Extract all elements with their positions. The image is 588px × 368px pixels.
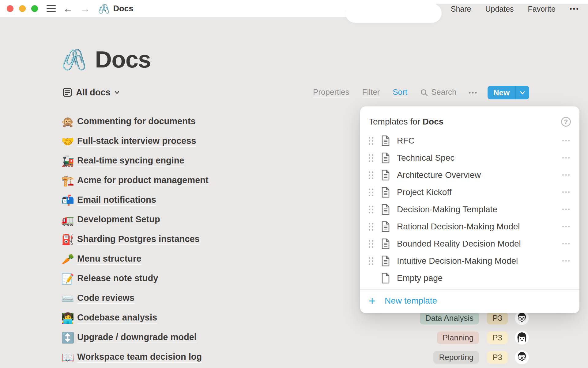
template-label: Decision-Making Template <box>397 205 497 214</box>
document-icon <box>381 135 390 147</box>
template-item-empty-page[interactable]: Empty page <box>369 270 571 287</box>
document-icon <box>381 169 390 181</box>
doc-list-item[interactable]: 📖 Workspace team decision log ReportingP… <box>61 347 528 367</box>
template-label: Intuitive Decision-Making Model <box>397 256 518 266</box>
page-emoji: 🖇️ <box>61 49 86 70</box>
doc-title: Sharding Postgres instances <box>77 234 200 245</box>
drag-handle-icon[interactable] <box>369 137 374 145</box>
doc-list-icon <box>62 87 72 97</box>
drag-handle-icon[interactable] <box>369 154 374 162</box>
template-label: Empty page <box>397 273 443 283</box>
sidebar-toggle-icon[interactable] <box>47 5 56 12</box>
category-badge: Planning <box>437 332 479 344</box>
template-list: RFC ••• Technical Spec ••• Arc <box>369 132 571 287</box>
doc-emoji: 🏗️ <box>61 175 77 186</box>
doc-title: Upgrade / downgrade model <box>77 332 197 343</box>
priority-badge: P3 <box>487 351 508 364</box>
template-more-icon[interactable]: ••• <box>562 172 571 178</box>
minimize-window-button[interactable] <box>19 5 26 12</box>
titlebar-actions: Share Updates Favorite ••• <box>451 0 579 18</box>
doc-title: Codebase analysis <box>77 312 157 324</box>
man-glasses-avatar <box>516 351 528 363</box>
new-template-button[interactable]: + New template <box>369 290 571 312</box>
template-item[interactable]: Decision-Making Template ••• <box>369 201 571 218</box>
template-more-icon[interactable]: ••• <box>562 137 571 144</box>
plus-icon: + <box>369 296 378 305</box>
doc-title: Commenting for documents <box>77 116 196 127</box>
app-window: ← → 🖇️ Docs Share Updates Favorite ••• 🖇… <box>0 0 588 368</box>
forward-icon[interactable]: → <box>80 4 90 13</box>
share-button[interactable]: Share <box>451 5 471 13</box>
template-label: Architecture Overview <box>397 170 481 180</box>
toolbar-more-icon[interactable]: ••• <box>469 89 478 96</box>
template-item[interactable]: Bounded Reality Decision Model ••• <box>369 235 571 252</box>
template-more-icon[interactable]: ••• <box>562 223 571 230</box>
view-selector-all-docs[interactable]: All docs <box>62 86 120 99</box>
drag-handle-icon[interactable] <box>369 189 374 196</box>
window-more-icon[interactable]: ••• <box>570 5 579 13</box>
search-label: Search <box>431 87 456 98</box>
doc-title: Workspace team decision log <box>77 352 202 363</box>
template-item[interactable]: Intuitive Decision-Making Model ••• <box>369 252 571 270</box>
drag-handle-icon[interactable] <box>369 171 374 179</box>
chevron-down-icon <box>114 90 120 95</box>
window-title: Docs <box>113 4 133 13</box>
doc-emoji: 👩‍💻 <box>61 313 77 323</box>
drag-handle-icon[interactable] <box>369 257 374 265</box>
doc-title: Email notifications <box>77 195 156 206</box>
help-icon[interactable]: ? <box>561 117 571 127</box>
drag-handle-icon[interactable] <box>369 240 374 248</box>
favorite-button[interactable]: Favorite <box>528 5 556 13</box>
template-item[interactable]: Technical Spec ••• <box>369 149 571 167</box>
template-more-icon[interactable]: ••• <box>562 189 571 196</box>
doc-emoji: 🚂 <box>61 156 77 166</box>
template-item[interactable]: Architecture Overview ••• <box>369 167 571 184</box>
traffic-lights <box>7 5 38 12</box>
drag-handle-icon[interactable] <box>369 223 374 231</box>
search-button[interactable]: Search <box>420 87 456 98</box>
new-button-group: New <box>488 86 529 99</box>
drag-handle-icon[interactable] <box>369 206 374 213</box>
doc-emoji: ↕️ <box>61 332 77 343</box>
doc-emoji: 🤝 <box>61 136 77 147</box>
properties-button[interactable]: Properties <box>313 87 349 98</box>
template-item[interactable]: RFC ••• <box>369 132 571 149</box>
doc-title: Acme for product management <box>77 175 209 186</box>
updates-button[interactable]: Updates <box>485 5 514 13</box>
doc-emoji: 📖 <box>61 352 77 362</box>
doc-title: Menu structure <box>77 254 141 265</box>
template-item[interactable]: Rational Decision-Making Model ••• <box>369 218 571 235</box>
zoom-window-button[interactable] <box>31 5 38 12</box>
template-more-icon[interactable]: ••• <box>562 258 571 264</box>
priority-badge: P3 <box>487 312 508 324</box>
template-more-icon[interactable]: ••• <box>562 206 571 213</box>
doc-emoji: ⛽ <box>61 234 77 245</box>
priority-badge: P3 <box>487 332 508 344</box>
close-window-button[interactable] <box>7 5 13 12</box>
doc-emoji: 🥕 <box>61 254 77 264</box>
doc-title: Real-time syncing engine <box>77 155 184 167</box>
templates-popup: Templates for Docs ? RFC ••• <box>360 106 579 313</box>
new-button[interactable]: New <box>488 86 516 99</box>
document-icon <box>381 186 390 198</box>
page-title: Docs <box>95 46 151 73</box>
back-icon[interactable]: ← <box>63 4 73 13</box>
new-dropdown-button[interactable] <box>516 86 529 99</box>
filter-button[interactable]: Filter <box>362 87 380 98</box>
template-more-icon[interactable]: ••• <box>562 155 571 161</box>
empty-overlay-bubble <box>345 4 442 23</box>
doc-emoji: 🚛 <box>61 215 77 225</box>
doc-emoji: ⌨️ <box>61 293 77 304</box>
search-icon <box>420 89 428 97</box>
document-icon <box>381 204 390 215</box>
doc-list-item[interactable]: ↕️ Upgrade / downgrade model PlanningP3 <box>61 328 528 347</box>
sort-button[interactable]: Sort <box>393 87 407 98</box>
templates-popup-title: Templates for Docs <box>369 117 443 127</box>
template-more-icon[interactable]: ••• <box>562 240 571 247</box>
doc-title: Release note study <box>77 273 158 284</box>
doc-emoji: 📝 <box>61 274 77 284</box>
template-item[interactable]: Project Kickoff ••• <box>369 184 571 201</box>
doc-properties: PlanningP3 <box>437 332 528 344</box>
document-icon <box>381 221 390 232</box>
chevron-down-icon <box>519 90 526 96</box>
